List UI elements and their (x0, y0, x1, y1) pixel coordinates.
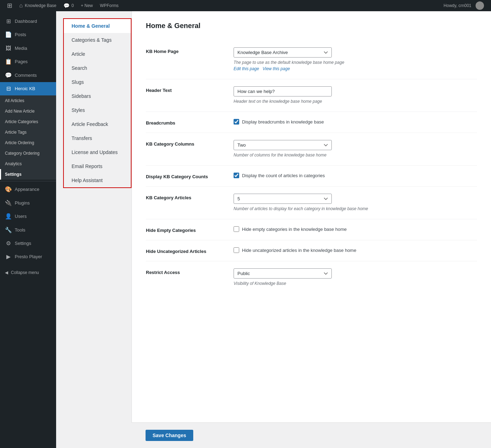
site-name-button[interactable]: ⌂ Knowledge Base (16, 0, 60, 11)
sidebar-sub-category-ordering[interactable]: Category Ordering (0, 148, 56, 159)
admin-bar: ⊞ ⌂ Knowledge Base 💬 0 + New WPForms How… (0, 0, 491, 11)
sidebar-item-appearance[interactable]: 🎨 Appearance (0, 183, 56, 196)
settings-nav-transfers[interactable]: Transfers (64, 131, 131, 145)
sidebar-label-plugins: Plugins (15, 200, 30, 206)
sidebar-item-presto[interactable]: ▶ Presto Player (0, 250, 56, 263)
sidebar-item-media[interactable]: 🖼 Media (0, 42, 56, 55)
settings-nav-email-reports[interactable]: Email Reports (64, 159, 131, 173)
save-changes-button[interactable]: Save Changes (146, 430, 193, 441)
sidebar-sub-article-ordering[interactable]: Article Ordering (0, 138, 56, 148)
new-content-button[interactable]: + New (77, 0, 96, 11)
breadcrumbs-checkbox-label: Display breadcrumbs in knowledge base (242, 119, 324, 125)
header-text-desc: Header text on the knowledge base home p… (234, 98, 477, 105)
kb-home-page-label: KB Home Page (146, 47, 223, 54)
sidebar-item-tools[interactable]: 🔧 Tools (0, 223, 56, 237)
sidebar-label-presto: Presto Player (15, 254, 42, 260)
sidebar-item-pages[interactable]: 📋 Pages (0, 55, 56, 68)
kb-category-articles-select[interactable]: 5 (234, 194, 332, 204)
kb-home-page-desc: The page to use as the default knowledge… (234, 59, 477, 72)
kb-category-articles-label: KB Category Articles (146, 194, 223, 200)
settings-nav-sidebars[interactable]: Sidebars (64, 89, 131, 103)
restrict-access-desc: Visibility of Knowledge Base (234, 280, 477, 287)
comments-button[interactable]: 💬 0 (60, 0, 78, 11)
kb-home-page-select[interactable]: Knowledge Base Archive (234, 47, 332, 58)
wpforms-label: WPForms (100, 3, 119, 8)
settings-nav-article[interactable]: Article (64, 47, 131, 61)
wp-sidebar: ⊞ Dashboard 📄 Posts 🖼 Media 📋 Pages 💬 Co… (0, 11, 56, 448)
hide-empty-categories-label: Hide Empty Categories (146, 226, 223, 233)
display-kb-category-counts-row: Display KB Category Counts Display the c… (146, 166, 477, 187)
howdy-text: Howdy, crn001 (444, 3, 471, 8)
sidebar-sub-categories[interactable]: Article Categories (0, 116, 56, 127)
settings-nav-home-general[interactable]: Home & General (64, 19, 131, 33)
kb-category-articles-desc: Number of articles to display for each c… (234, 206, 477, 212)
sidebar-item-settings-main[interactable]: ⚙ Settings (0, 237, 56, 250)
pages-icon: 📋 (5, 58, 12, 66)
kb-category-columns-select[interactable]: Two (234, 140, 332, 150)
hide-uncategorized-articles-row: Hide Uncategorized Articles Hide uncateg… (146, 240, 477, 261)
settings-nav-article-feedback[interactable]: Article Feedback (64, 117, 131, 131)
settings-nav-styles[interactable]: Styles (64, 103, 131, 117)
header-text-label: Header Text (146, 86, 223, 93)
dashboard-icon: ⊞ (5, 18, 12, 25)
hide-uncategorized-articles-checkbox[interactable] (234, 247, 239, 253)
header-text-field: Header text on the knowledge base home p… (234, 86, 477, 105)
sidebar-sub-settings[interactable]: Settings (0, 169, 56, 180)
settings-nav-search[interactable]: Search (64, 61, 131, 75)
wpforms-button[interactable]: WPForms (96, 0, 122, 11)
header-text-input[interactable] (234, 86, 332, 96)
kb-home-page-row: KB Home Page Knowledge Base Archive The … (146, 40, 477, 79)
breadcrumbs-checkbox[interactable] (234, 119, 239, 125)
sidebar-item-dashboard[interactable]: ⊞ Dashboard (0, 15, 56, 28)
sidebar-sub-tags[interactable]: Article Tags (0, 127, 56, 138)
howdy-button[interactable]: Howdy, crn001 (440, 0, 487, 11)
breadcrumbs-row: Breadcrumbs Display breadcrumbs in knowl… (146, 112, 477, 133)
wp-logo-button[interactable]: ⊞ (4, 0, 16, 11)
kb-home-page-field: Knowledge Base Archive The page to use a… (234, 47, 477, 72)
hide-uncategorized-articles-field: Hide uncategorized articles in the knowl… (234, 247, 477, 253)
sidebar-label-settings-main: Settings (15, 240, 31, 247)
sidebar-label-comments: Comments (15, 72, 37, 79)
heroickb-submenu: All Articles Add New Article Article Cat… (0, 95, 56, 180)
sidebar-item-comments[interactable]: 💬 Comments (0, 69, 56, 82)
sidebar-item-users[interactable]: 👤 Users (0, 210, 56, 223)
collapse-arrow-icon: ◀ (5, 270, 8, 275)
collapse-label: Collapse menu (11, 270, 39, 275)
kb-category-columns-label: KB Category Columns (146, 140, 223, 147)
tools-icon: 🔧 (5, 226, 12, 234)
hide-empty-categories-checkbox[interactable] (234, 226, 239, 232)
settings-nav-categories-tags[interactable]: Categories & Tags (64, 33, 131, 47)
breadcrumbs-field: Display breadcrumbs in knowledge base (234, 119, 477, 125)
collapse-menu-button[interactable]: ◀ Collapse menu (0, 267, 56, 278)
sidebar-item-posts[interactable]: 📄 Posts (0, 28, 56, 41)
comments-nav-icon: 💬 (5, 72, 12, 79)
sidebar-item-plugins[interactable]: 🔌 Plugins (0, 196, 56, 210)
kb-category-columns-desc: Number of columns for the knowledge base… (234, 152, 477, 158)
restrict-access-label: Restrict Access (146, 268, 223, 275)
settings-nav-help-assistant[interactable]: Help Assistant (64, 173, 131, 187)
hide-empty-categories-checkbox-label: Hide empty categories in the knowledge b… (242, 227, 347, 232)
settings-nav-license-updates[interactable]: License and Updates (64, 145, 131, 159)
hide-empty-categories-field: Hide empty categories in the knowledge b… (234, 226, 477, 232)
users-icon: 👤 (5, 213, 12, 220)
media-icon: 🖼 (5, 45, 12, 52)
edit-page-link[interactable]: Edit this page (234, 66, 259, 71)
hide-uncategorized-articles-checkbox-label: Hide uncategorized articles in the knowl… (242, 248, 356, 253)
sidebar-label-posts: Posts (15, 32, 26, 38)
view-page-link[interactable]: View this page (263, 66, 290, 71)
display-kb-category-counts-checkbox[interactable] (234, 173, 239, 178)
sidebar-sub-all-articles[interactable]: All Articles (0, 95, 56, 106)
sidebar-item-heroickb[interactable]: ⊟ Heroic KB (0, 82, 56, 95)
sidebar-label-tools: Tools (15, 227, 25, 233)
settings-nav-panel: Home & General Categories & Tags Article… (63, 18, 132, 188)
sidebar-label-media: Media (15, 45, 27, 52)
settings-content-area: Home & General KB Home Page Knowledge Ba… (132, 11, 491, 422)
restrict-access-select[interactable]: Public Logged In Users (234, 268, 332, 279)
plugins-icon: 🔌 (5, 199, 12, 207)
kb-category-articles-row: KB Category Articles 5 Number of article… (146, 187, 477, 219)
sidebar-label-dashboard: Dashboard (15, 18, 37, 25)
sidebar-sub-add-new[interactable]: Add New Article (0, 106, 56, 116)
settings-nav-slugs[interactable]: Slugs (64, 75, 131, 89)
sidebar-sub-analytics[interactable]: Analytics (0, 159, 56, 169)
kb-category-columns-field: Two Number of columns for the knowledge … (234, 140, 477, 158)
